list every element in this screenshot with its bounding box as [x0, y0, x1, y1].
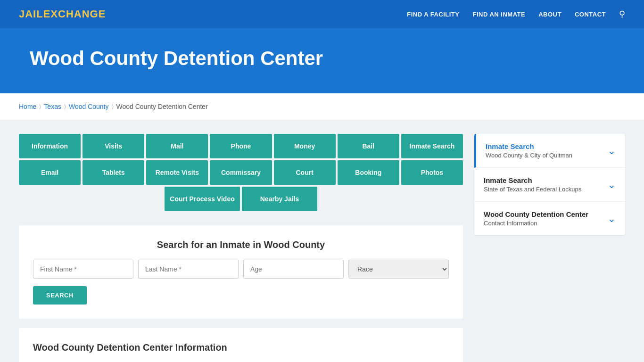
sidebar-card: Inmate Search Wood County & City of Quit… [474, 134, 625, 235]
chevron-down-icon-2: ⌄ [608, 179, 616, 190]
search-last-name[interactable] [138, 260, 239, 279]
nav-contact[interactable]: CONTACT [575, 11, 606, 18]
search-button[interactable]: SEARCH [33, 286, 87, 304]
btn-visits[interactable]: Visits [83, 134, 144, 158]
btn-photos[interactable]: Photos [401, 160, 463, 185]
btn-phone[interactable]: Phone [210, 134, 272, 158]
search-race[interactable]: Race White Black Hispanic Asian Other [348, 260, 449, 279]
nav-buttons-row1: Information Visits Mail Phone Money Bail… [19, 134, 463, 158]
btn-nearby-jails[interactable]: Nearby Jails [242, 187, 317, 211]
breadcrumb-home[interactable]: Home [19, 103, 36, 110]
btn-tablets[interactable]: Tablets [83, 160, 144, 185]
breadcrumb-wood-county[interactable]: Wood County [69, 103, 109, 110]
search-first-name[interactable] [33, 260, 133, 279]
search-title: Search for an Inmate in Wood County [33, 239, 449, 250]
btn-mail[interactable]: Mail [146, 134, 208, 158]
btn-inmate-search[interactable]: Inmate Search [401, 134, 463, 158]
info-section: Wood County Detention Center Information [19, 328, 463, 362]
left-column: Information Visits Mail Phone Money Bail… [19, 134, 463, 362]
btn-information[interactable]: Information [19, 134, 81, 158]
site-logo[interactable]: JAILEXCHANGE [19, 8, 106, 20]
nav-about[interactable]: ABOUT [538, 11, 561, 18]
sidebar-item-inmate-search-state[interactable]: Inmate Search State of Texas and Federal… [474, 168, 625, 202]
btn-court[interactable]: Court [274, 160, 336, 185]
sidebar-item-subtitle-3: Contact Information [484, 220, 588, 227]
sidebar-item-subtitle-1: Wood County & City of Quitman [486, 152, 572, 159]
sidebar-item-title-1: Inmate Search [486, 142, 572, 150]
info-title: Wood County Detention Center Information [33, 342, 449, 353]
btn-court-process-video[interactable]: Court Process Video [165, 187, 240, 211]
btn-booking[interactable]: Booking [338, 160, 399, 185]
chevron-down-icon-1: ⌄ [608, 145, 616, 156]
sidebar-item-title-2: Inmate Search [484, 176, 581, 184]
logo-jail: JAIL [19, 8, 43, 20]
nav-find-inmate[interactable]: FIND AN INMATE [472, 11, 525, 18]
nav-find-facility[interactable]: FIND A FACILITY [407, 11, 459, 18]
nav-buttons-row3: Court Process Video Nearby Jails [19, 187, 463, 211]
btn-remote-visits[interactable]: Remote Visits [146, 160, 208, 185]
search-age[interactable] [243, 260, 344, 279]
content-area: Information Visits Mail Phone Money Bail… [0, 120, 644, 362]
breadcrumb-texas[interactable]: Texas [44, 103, 61, 110]
search-inputs: Race White Black Hispanic Asian Other [33, 260, 449, 279]
right-sidebar: Inmate Search Wood County & City of Quit… [474, 134, 625, 235]
hero-section: Wood County Detention Center [0, 28, 644, 93]
nav-buttons-row2: Email Tablets Remote Visits Commissary C… [19, 160, 463, 185]
breadcrumb-sep-2: 〉 [64, 103, 66, 110]
search-icon-button[interactable]: ⚲ [619, 9, 625, 19]
main-nav: FIND A FACILITY FIND AN INMATE ABOUT CON… [407, 9, 625, 19]
sidebar-item-subtitle-2: State of Texas and Federal Lockups [484, 186, 581, 193]
chevron-down-icon-3: ⌄ [608, 213, 616, 224]
search-section: Search for an Inmate in Wood County Race… [19, 225, 463, 319]
btn-commissary[interactable]: Commissary [210, 160, 272, 185]
sidebar-item-title-3: Wood County Detention Center [484, 210, 588, 218]
breadcrumb-sep-3: 〉 [112, 103, 114, 110]
breadcrumb-current: Wood County Detention Center [116, 103, 208, 110]
site-header: JAILEXCHANGE FIND A FACILITY FIND AN INM… [0, 0, 644, 28]
btn-email[interactable]: Email [19, 160, 81, 185]
btn-bail[interactable]: Bail [338, 134, 399, 158]
page-title: Wood County Detention Center [30, 47, 614, 70]
breadcrumb-sep-1: 〉 [39, 103, 41, 110]
btn-money[interactable]: Money [274, 134, 336, 158]
breadcrumb: Home 〉 Texas 〉 Wood County 〉 Wood County… [0, 93, 644, 120]
logo-exchange: EXCHANGE [43, 8, 106, 20]
sidebar-item-contact-info[interactable]: Wood County Detention Center Contact Inf… [474, 202, 625, 235]
sidebar-item-inmate-search-local[interactable]: Inmate Search Wood County & City of Quit… [474, 134, 625, 168]
